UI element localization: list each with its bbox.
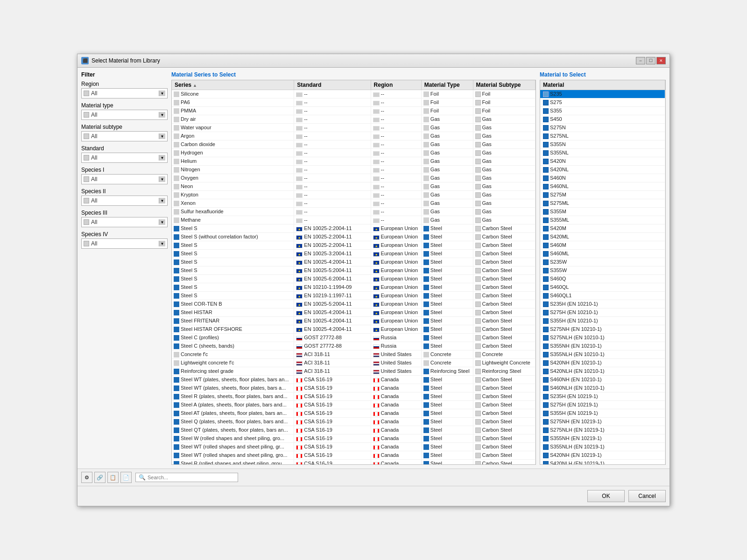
table-row[interactable]: Steel S ★EN 10025-6:2004-11 ★European Un…: [172, 275, 536, 283]
right-col-material-header[interactable]: Material: [540, 80, 665, 90]
right-table-row[interactable]: S275M: [540, 191, 665, 199]
table-row[interactable]: Steel A (plates, sheets, floor plates, b…: [172, 401, 536, 409]
bottom-icon-2[interactable]: 🔗: [94, 472, 106, 483]
right-table-row[interactable]: S355NLH (EN 10219-1): [540, 443, 665, 451]
table-row[interactable]: Steel S ★EN 10025-2:2004-11 ★European Un…: [172, 224, 536, 233]
right-table-row[interactable]: S275NL: [540, 132, 665, 140]
table-row[interactable]: Krypton -- -- Gas Gas: [172, 191, 536, 199]
right-table-row[interactable]: S275NH (EN 10219-1): [540, 418, 665, 426]
filter-species-ii-select[interactable]: All ▼: [81, 196, 168, 206]
table-row[interactable]: Steel W (rolled shapes and sheet piling,…: [172, 434, 536, 443]
table-row[interactable]: Argon -- -- Gas Gas: [172, 132, 536, 140]
table-row[interactable]: Steel WT (rolled shapes and sheet piling…: [172, 443, 536, 451]
table-row[interactable]: Concrete f'c ACI 318-11 United States Co…: [172, 350, 536, 359]
table-row[interactable]: Steel S ★EN 10025-5:2004-11 ★European Un…: [172, 266, 536, 275]
table-row[interactable]: Steel S ★EN 10025-3:2004-11 ★European Un…: [172, 250, 536, 258]
right-table-row[interactable]: S355ML: [540, 216, 665, 224]
filter-material-subtype-select[interactable]: All ▼: [81, 131, 168, 141]
right-table-row[interactable]: S355NH (EN 10210-1): [540, 342, 665, 350]
table-row[interactable]: Silicone -- -- Foil Foil: [172, 90, 536, 98]
table-row[interactable]: Steel AT (plates, sheets, floor plates, …: [172, 409, 536, 418]
right-table-row[interactable]: S275H (EN 10210-1): [540, 308, 665, 317]
table-row[interactable]: Neon -- -- Gas Gas: [172, 182, 536, 191]
table-row[interactable]: Steel Q (plates, sheets, floor plates, b…: [172, 418, 536, 426]
table-row[interactable]: PMMA -- -- Foil Foil: [172, 107, 536, 115]
right-table-row[interactable]: S450: [540, 115, 665, 124]
table-row[interactable]: Steel R (plates, sheets, floor plates, b…: [172, 392, 536, 401]
table-row[interactable]: Steel S ★EN 10025-2:2004-11 ★European Un…: [172, 241, 536, 250]
material-series-table-container[interactable]: Series ▲ Standard Region Material Type: [171, 80, 536, 465]
right-table-row[interactable]: S275NLH (EN 10219-1): [540, 426, 665, 434]
right-table-row[interactable]: S355NH (EN 10219-1): [540, 434, 665, 443]
table-row[interactable]: Oxygen -- -- Gas Gas: [172, 174, 536, 182]
table-row[interactable]: Steel WT (plates, sheets, floor plates, …: [172, 384, 536, 392]
col-series-header[interactable]: Series ▲: [172, 80, 294, 90]
table-row[interactable]: Hydrogen -- -- Gas Gas: [172, 149, 536, 157]
table-row[interactable]: Nitrogen -- -- Gas Gas: [172, 166, 536, 174]
filter-region-select[interactable]: All ▼: [81, 88, 168, 98]
right-table-row[interactable]: S420N: [540, 157, 665, 166]
table-row[interactable]: Sulfur hexafluoride -- -- Gas Gas: [172, 208, 536, 216]
maximize-button[interactable]: ☐: [646, 57, 655, 64]
right-table-row[interactable]: S420NL: [540, 166, 665, 174]
col-standard-header[interactable]: Standard: [294, 80, 371, 90]
col-region-header[interactable]: Region: [371, 80, 421, 90]
table-row[interactable]: Xenon -- -- Gas Gas: [172, 199, 536, 208]
right-table-row[interactable]: S420NH (EN 10219-1): [540, 451, 665, 460]
table-row[interactable]: Steel WT (rolled shapes and sheet piling…: [172, 451, 536, 460]
right-table-row[interactable]: S460ML: [540, 250, 665, 258]
table-row[interactable]: Dry air -- -- Gas Gas: [172, 115, 536, 124]
right-table-row[interactable]: S235H (EN 10210-1): [540, 300, 665, 308]
right-table-row[interactable]: S420ML: [540, 233, 665, 241]
table-row[interactable]: Lightweight concrete f'c ACI 318-11 Unit…: [172, 359, 536, 367]
right-table-row[interactable]: S355M: [540, 208, 665, 216]
right-table-row[interactable]: S355N: [540, 140, 665, 149]
cancel-button[interactable]: Cancel: [628, 490, 666, 502]
right-table-row[interactable]: S355: [540, 107, 665, 115]
table-row[interactable]: Steel R (rolled shapes and sheet piling,…: [172, 460, 536, 465]
right-table-row[interactable]: S275NLH (EN 10210-1): [540, 334, 665, 342]
right-table-row[interactable]: S460M: [540, 241, 665, 250]
table-row[interactable]: Steel S ★EN 10210-1:1994-09 ★European Un…: [172, 283, 536, 292]
right-table-row[interactable]: S460N: [540, 174, 665, 182]
col-mattype-header[interactable]: Material Type: [421, 80, 473, 90]
right-table-row[interactable]: S235: [540, 90, 665, 98]
right-table-row[interactable]: S275N: [540, 124, 665, 132]
close-button[interactable]: ✕: [656, 57, 666, 64]
table-row[interactable]: Carbon dioxide -- -- Gas Gas: [172, 140, 536, 149]
filter-standard-select[interactable]: All ▼: [81, 153, 168, 163]
bottom-icon-1[interactable]: ⚙: [81, 472, 92, 483]
right-table-row[interactable]: S355NLH (EN 10210-1): [540, 350, 665, 359]
search-input[interactable]: [148, 475, 235, 480]
right-table-row[interactable]: S420NH (EN 10210-1): [540, 359, 665, 367]
right-table-row[interactable]: S460Q: [540, 275, 665, 283]
table-row[interactable]: Steel QT (plates, sheets, floor plates, …: [172, 426, 536, 434]
right-table-row[interactable]: S235H (EN 10219-1): [540, 392, 665, 401]
table-row[interactable]: PA6 -- -- Foil Foil: [172, 98, 536, 107]
bottom-icon-4[interactable]: 📄: [120, 472, 132, 483]
table-row[interactable]: Steel WT (plates, sheets, floor plates, …: [172, 376, 536, 384]
table-row[interactable]: Steel FRITENAR ★EN 10025-4:2004-11 ★Euro…: [172, 317, 536, 325]
right-table-row[interactable]: S355H (EN 10210-1): [540, 317, 665, 325]
right-table-row[interactable]: S355W: [540, 266, 665, 275]
right-table-row[interactable]: S235W: [540, 258, 665, 266]
right-table-row[interactable]: S420NLH (EN 10210-1): [540, 367, 665, 376]
filter-species-iii-select[interactable]: All ▼: [81, 217, 168, 227]
right-table-row[interactable]: S460NLH (EN 10210-1): [540, 384, 665, 392]
table-row[interactable]: Steel COR-TEN B ★EN 10025-5:2004-11 ★Eur…: [172, 300, 536, 308]
right-table-row[interactable]: S355H (EN 10219-1): [540, 409, 665, 418]
right-table-container[interactable]: Material S235 S275 S355 S450 S275N S275N…: [540, 80, 666, 465]
table-row[interactable]: Helium -- -- Gas Gas: [172, 157, 536, 166]
ok-button[interactable]: OK: [587, 490, 625, 502]
right-table-row[interactable]: S275H (EN 10219-1): [540, 401, 665, 409]
table-row[interactable]: Steel S ★EN 10025-4:2004-11 ★European Un…: [172, 258, 536, 266]
right-table-row[interactable]: S355NL: [540, 149, 665, 157]
minimize-button[interactable]: –: [636, 57, 645, 64]
table-row[interactable]: Reinforcing steel grade ACI 318-11 Unite…: [172, 367, 536, 376]
right-table-row[interactable]: S275NH (EN 10210-1): [540, 325, 665, 334]
right-table-row[interactable]: S460NL: [540, 182, 665, 191]
table-row[interactable]: Steel C (profiles) GOST 27772-88 Russia …: [172, 334, 536, 342]
table-row[interactable]: Steel HISTAR OFFSHORE ★EN 10025-4:2004-1…: [172, 325, 536, 334]
right-table-row[interactable]: S420M: [540, 224, 665, 233]
filter-species-iv-select[interactable]: All ▼: [81, 238, 168, 249]
